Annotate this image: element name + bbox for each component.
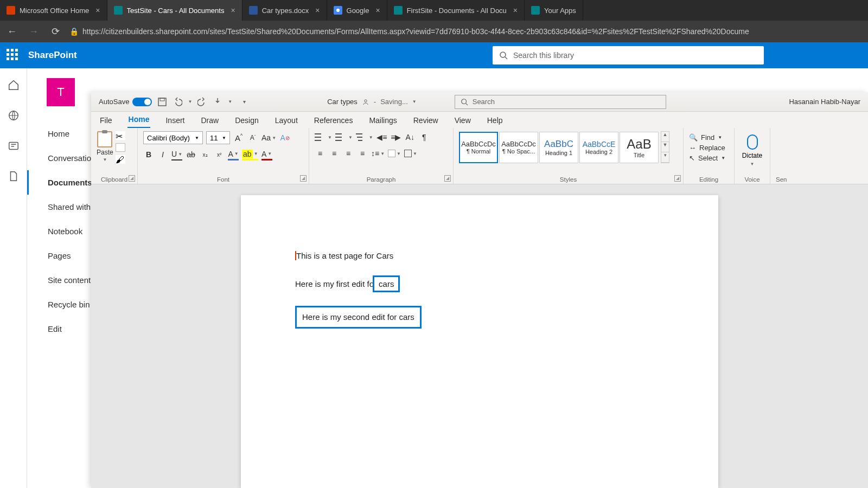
redo-icon[interactable] <box>197 97 207 107</box>
browser-tab[interactable]: TestSite - Cars - All Documents × <box>107 0 242 21</box>
superscript-button[interactable]: x <box>214 149 225 160</box>
autosave-toggle[interactable]: AutoSave <box>99 98 152 106</box>
tab-help[interactable]: Help <box>486 113 504 128</box>
browser-tab[interactable]: Your Apps <box>525 0 583 21</box>
decrease-indent-icon[interactable]: ◀≡ <box>376 131 387 143</box>
dictate-button[interactable]: Dictate ▼ <box>740 131 764 166</box>
grow-font-icon[interactable]: A^ <box>233 132 244 144</box>
change-case-icon[interactable]: Aa▼ <box>261 132 276 144</box>
format-painter-icon[interactable]: 🖌 <box>116 155 125 164</box>
document-page[interactable]: This is a test page for Cars Here is my … <box>241 195 718 488</box>
touch-mode-icon[interactable] <box>213 97 222 107</box>
nav-recycle-bin[interactable]: Recycle bin <box>27 292 91 317</box>
sharepoint-search-box[interactable]: Search this library <box>493 46 764 65</box>
dialog-launcher-icon[interactable]: ◢ <box>444 175 451 182</box>
style-normal[interactable]: AaBbCcDc ¶ Normal <box>459 132 498 163</box>
dialog-launcher-icon[interactable]: ◢ <box>129 175 135 182</box>
font-name-selector[interactable]: Calibri (Body)▼ <box>143 131 203 144</box>
font-size-selector[interactable]: 11▼ <box>206 131 230 144</box>
forward-button[interactable]: → <box>26 26 41 37</box>
highlight-color-icon[interactable]: ab▼ <box>242 149 258 160</box>
news-icon[interactable] <box>8 140 20 152</box>
tab-close-icon[interactable]: × <box>315 6 320 15</box>
product-name[interactable]: SharePoint <box>28 50 77 61</box>
style-heading-1[interactable]: AaBbC Heading 1 <box>539 132 578 163</box>
tab-close-icon[interactable]: × <box>375 6 380 15</box>
find-button[interactable]: 🔍Find▼ <box>689 133 729 142</box>
tab-close-icon[interactable]: × <box>513 6 518 15</box>
styles-scroll[interactable]: ▲▼▾ <box>661 131 669 163</box>
borders-icon[interactable]: ▼ <box>404 147 417 159</box>
multilevel-list-icon[interactable]: ▼ <box>356 131 373 143</box>
tab-close-icon[interactable]: × <box>231 6 235 15</box>
style-heading-2[interactable]: AaBbCcE Heading 2 <box>579 132 618 163</box>
document-canvas[interactable]: This is a test page for Cars Here is my … <box>91 184 868 488</box>
style-no-spacing[interactable]: AaBbCcDc ¶ No Spac... <box>499 132 538 163</box>
tab-design[interactable]: Design <box>234 113 260 128</box>
word-search-box[interactable]: Search <box>455 95 666 109</box>
dialog-launcher-icon[interactable]: ◢ <box>300 175 307 182</box>
italic-button[interactable]: I <box>157 149 168 160</box>
tracked-change-box[interactable]: cars <box>373 275 400 292</box>
paste-button[interactable]: Paste ▼ <box>97 131 113 162</box>
styles-gallery[interactable]: AaBbCcDc ¶ Normal AaBbCcDc ¶ No Spac... … <box>459 131 678 163</box>
user-name[interactable]: Hasanain Habib-Nayar <box>789 98 860 106</box>
subscript-button[interactable]: x <box>200 149 210 160</box>
style-title[interactable]: AaB Title <box>620 132 659 163</box>
document-name-area[interactable]: Car types - Saving... ▼ <box>327 98 417 106</box>
tab-home[interactable]: Home <box>127 112 151 128</box>
doc-dropdown-icon[interactable]: ▼ <box>412 99 417 104</box>
address-bar[interactable]: 🔒 https://citizenbuilders.sharepoint.com… <box>69 27 864 36</box>
browser-tab[interactable]: Car types.docx × <box>242 0 327 21</box>
nav-home[interactable]: Home <box>27 121 91 146</box>
text-effects-icon[interactable]: A▼ <box>228 149 239 160</box>
doc-line-1[interactable]: This is a test page for Cars <box>295 249 664 262</box>
copy-icon[interactable] <box>116 143 125 152</box>
underline-button[interactable]: U▼ <box>171 149 182 160</box>
doc-line-2[interactable]: Here is my first edit focars <box>295 278 664 291</box>
replace-button[interactable]: ↔Replace <box>689 144 729 152</box>
tab-review[interactable]: Review <box>412 113 439 128</box>
tracked-change-box[interactable]: Here is my second edit for cars <box>295 306 422 329</box>
tab-file[interactable]: File <box>99 113 113 128</box>
dialog-launcher-icon[interactable]: ◢ <box>674 175 681 182</box>
select-button[interactable]: ↖Select▼ <box>689 154 729 162</box>
app-launcher-icon[interactable] <box>7 49 20 62</box>
nav-site-contents[interactable]: Site content <box>27 268 91 292</box>
tab-insert[interactable]: Insert <box>164 113 186 128</box>
undo-icon[interactable] <box>173 97 182 107</box>
save-icon[interactable] <box>157 97 167 107</box>
justify-icon[interactable]: ≡ <box>357 147 368 159</box>
font-color-icon[interactable]: A▼ <box>261 149 272 160</box>
clear-formatting-icon[interactable]: A⊘ <box>279 132 290 144</box>
nav-documents[interactable]: Documents <box>27 170 91 195</box>
files-icon[interactable] <box>8 170 20 182</box>
align-left-icon[interactable]: ≡ <box>315 147 326 159</box>
sort-icon[interactable]: A↓ <box>405 131 416 143</box>
doc-line-3[interactable]: Here is my second edit for cars <box>295 306 664 329</box>
back-button[interactable]: ← <box>4 26 20 37</box>
shading-icon[interactable]: ▼ <box>388 147 401 159</box>
nav-notebook[interactable]: Notebook <box>27 219 91 243</box>
shrink-font-icon[interactable]: Aˇ <box>247 132 258 144</box>
numbering-icon[interactable]: ▼ <box>335 131 353 143</box>
tab-layout[interactable]: Layout <box>274 113 299 128</box>
globe-icon[interactable] <box>8 110 20 121</box>
bold-button[interactable]: B <box>143 149 154 160</box>
align-right-icon[interactable]: ≡ <box>343 147 354 159</box>
home-icon[interactable] <box>8 79 20 91</box>
undo-dropdown-icon[interactable]: ▼ <box>188 99 192 104</box>
tab-draw[interactable]: Draw <box>200 113 220 128</box>
reload-button[interactable]: ⟳ <box>48 25 63 37</box>
strikethrough-button[interactable]: ab <box>186 149 196 160</box>
toggle-switch-icon[interactable] <box>132 98 152 106</box>
bullets-icon[interactable]: ▼ <box>315 131 332 143</box>
increase-indent-icon[interactable]: ≡▶ <box>391 131 401 143</box>
align-center-icon[interactable]: ≡ <box>329 147 340 159</box>
browser-tab[interactable]: Microsoft Office Home × <box>0 0 107 21</box>
line-spacing-icon[interactable]: ↕≡▼ <box>371 147 385 159</box>
browser-tab[interactable]: FirstSite - Documents - All Docu × <box>387 0 525 21</box>
browser-tab[interactable]: Google × <box>327 0 387 21</box>
tab-mailings[interactable]: Mailings <box>368 113 398 128</box>
qat-dropdown-icon[interactable]: ▼ <box>228 99 232 104</box>
